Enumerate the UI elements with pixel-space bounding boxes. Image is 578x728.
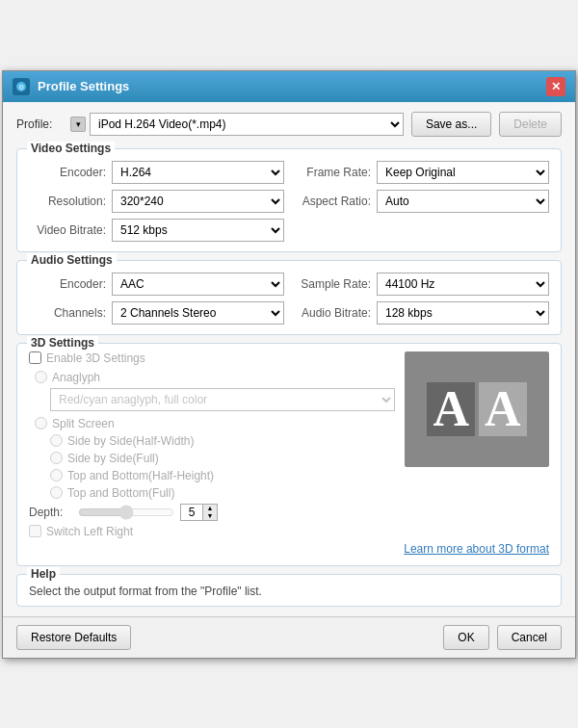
three-d-left: Enable 3D Settings Anaglyph Red/cyan ana… [29,351,395,538]
audio-encoder-dropdown[interactable]: AAC [112,273,284,296]
channels-label: Channels: [29,306,106,320]
dialog-title: Profile Settings [38,79,129,93]
switch-row: Switch Left Right [29,525,395,538]
encoder-label: Encoder: [29,166,106,179]
profile-label: Profile: [16,117,63,131]
side-by-full-label: Side by Side(Full) [67,452,159,465]
depth-arrows: ▲ ▼ [202,505,217,520]
profile-dropdown[interactable]: iPod H.264 Video(*.mp4) [90,113,404,136]
save-as-button[interactable]: Save as... [411,112,491,137]
video-settings-title: Video Settings [27,142,115,155]
profile-select-container: ▾ iPod H.264 Video(*.mp4) [70,113,404,136]
depth-slider[interactable] [78,506,174,519]
anaglyph-row: Anaglyph [29,371,395,384]
split-screen-row: Split Screen [29,417,395,430]
help-text: Select the output format from the "Profi… [29,585,549,598]
sample-rate-dropdown[interactable]: 44100 Hz [377,273,549,296]
frame-rate-label: Frame Rate: [294,166,371,179]
help-title: Help [27,567,60,581]
audio-settings-section: Audio Settings Encoder: AAC Sample Rate:… [16,260,562,335]
resolution-row: Resolution: 320*240 [29,190,284,213]
footer-right: OK Cancel [443,625,562,650]
aspect-ratio-row: Aspect Ratio: Auto [294,190,549,213]
dialog-body: Profile: ▾ iPod H.264 Video(*.mp4) Save … [3,102,575,616]
audio-bitrate-dropdown[interactable]: 128 kbps [377,301,549,325]
help-section: Help Select the output format from the "… [16,574,562,607]
depth-value-input[interactable] [181,505,202,520]
title-bar: ⚙ Profile Settings ✕ [3,71,575,102]
close-button[interactable]: ✕ [546,77,565,96]
aa-right-letter: A [479,382,527,436]
depth-label: Depth: [29,506,72,519]
aa-preview: A A [427,382,526,436]
depth-down-button[interactable]: ▼ [203,512,217,520]
top-bottom-full-label: Top and Bottom(Full) [67,486,174,500]
frame-rate-dropdown[interactable]: Keep Original [377,161,549,184]
switch-lr-label: Switch Left Right [46,525,133,538]
three-d-preview: A A [405,351,549,467]
profile-settings-dialog: ⚙ Profile Settings ✕ Profile: ▾ iPod H.2… [2,70,576,659]
audio-settings-grid: Encoder: AAC Sample Rate: 44100 Hz Chann… [29,273,549,325]
depth-row: Depth: ▲ ▼ [29,504,395,521]
ok-button[interactable]: OK [443,625,488,650]
aa-left-letter: A [427,382,475,436]
video-bitrate-label: Video Bitrate: [29,223,106,237]
three-d-settings-section: 3D Settings Enable 3D Settings Anaglyph [16,343,562,566]
channels-row: Channels: 2 Channels Stereo [29,301,284,325]
side-by-full-radio[interactable] [50,452,63,464]
sample-rate-row: Sample Rate: 44100 Hz [294,273,549,296]
frame-rate-row: Frame Rate: Keep Original [294,161,549,184]
anaglyph-select-row: Red/cyan anaglyph, full color [29,388,395,411]
anaglyph-radio[interactable] [35,371,47,383]
depth-up-button[interactable]: ▲ [203,505,217,512]
learn-more-link[interactable]: Learn more about 3D format [404,542,549,556]
side-by-half-radio[interactable] [50,434,63,447]
video-bitrate-row: Video Bitrate: 512 kbps [29,219,284,242]
top-bottom-half-radio[interactable] [50,469,63,481]
audio-settings-title: Audio Settings [27,253,117,267]
audio-encoder-label: Encoder: [29,277,106,291]
video-settings-grid: Encoder: H.264 Frame Rate: Keep Original… [29,161,549,242]
split-screen-label: Split Screen [52,417,115,430]
audio-encoder-row: Encoder: AAC [29,273,284,296]
three-d-settings-title: 3D Settings [27,336,98,350]
top-bottom-full-row: Top and Bottom(Full) [29,486,395,500]
footer: Restore Defaults OK Cancel [3,616,575,658]
title-bar-left: ⚙ Profile Settings [13,78,129,95]
cancel-button[interactable]: Cancel [497,625,562,650]
side-by-half-row: Side by Side(Half-Width) [29,434,395,448]
top-bottom-half-label: Top and Bottom(Half-Height) [67,469,214,482]
audio-bitrate-label: Audio Bitrate: [294,306,371,320]
anaglyph-label: Anaglyph [52,371,100,384]
resolution-label: Resolution: [29,195,106,208]
audio-bitrate-row: Audio Bitrate: 128 kbps [294,301,549,325]
switch-lr-checkbox[interactable] [29,525,41,537]
side-by-half-label: Side by Side(Half-Width) [67,434,194,448]
app-icon: ⚙ [13,78,30,95]
top-bottom-full-radio[interactable] [50,486,63,499]
video-settings-section: Video Settings Encoder: H.264 Frame Rate… [16,148,562,252]
resolution-dropdown[interactable]: 320*240 [112,190,284,213]
delete-button[interactable]: Delete [499,112,562,137]
encoder-dropdown[interactable]: H.264 [112,161,284,184]
top-bottom-half-row: Top and Bottom(Half-Height) [29,469,395,482]
depth-spinner: ▲ ▼ [180,504,218,521]
sample-rate-label: Sample Rate: [294,277,371,291]
enable-3d-label: Enable 3D Settings [46,351,145,365]
video-bitrate-dropdown[interactable]: 512 kbps [112,219,284,242]
encoder-row: Encoder: H.264 [29,161,284,184]
channels-dropdown[interactable]: 2 Channels Stereo [112,301,284,325]
aspect-ratio-label: Aspect Ratio: [294,195,371,208]
split-screen-radio[interactable] [35,417,47,429]
enable-3d-row: Enable 3D Settings [29,351,395,365]
restore-defaults-button[interactable]: Restore Defaults [16,625,131,650]
side-by-full-row: Side by Side(Full) [29,452,395,465]
anaglyph-dropdown[interactable]: Red/cyan anaglyph, full color [50,388,395,411]
svg-text:⚙: ⚙ [18,84,24,91]
three-d-content: Enable 3D Settings Anaglyph Red/cyan ana… [29,351,549,538]
enable-3d-checkbox[interactable] [29,351,41,364]
profile-icon-btn[interactable]: ▾ [70,117,86,132]
profile-row: Profile: ▾ iPod H.264 Video(*.mp4) Save … [16,112,562,137]
learn-more-row: Learn more about 3D format [29,542,549,556]
aspect-ratio-dropdown[interactable]: Auto [377,190,549,213]
